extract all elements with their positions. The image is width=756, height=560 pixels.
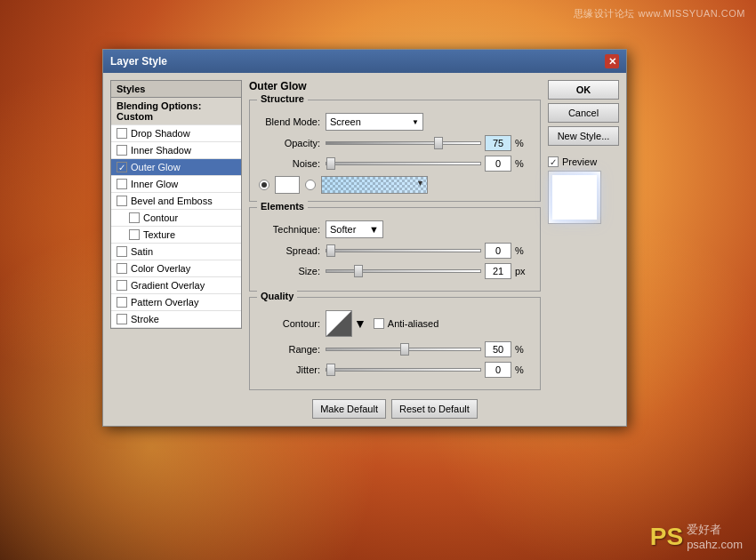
- gradient-overlay-checkbox[interactable]: [117, 280, 127, 291]
- bevel-emboss-item[interactable]: Bevel and Emboss: [111, 193, 241, 210]
- pattern-overlay-label: Pattern Overlay: [131, 297, 198, 308]
- contour-label: Contour:: [259, 318, 326, 329]
- texture-checkbox[interactable]: [129, 229, 140, 240]
- satin-checkbox[interactable]: [117, 246, 127, 257]
- size-label: Size:: [259, 266, 326, 276]
- reset-to-default-button[interactable]: Reset to Default: [391, 399, 478, 419]
- spread-thumb[interactable]: [326, 244, 335, 257]
- jitter-thumb[interactable]: [326, 364, 335, 376]
- color-overlay-checkbox[interactable]: [117, 263, 127, 274]
- range-value[interactable]: 50: [485, 341, 511, 357]
- range-slider[interactable]: [326, 348, 481, 351]
- preview-label: Preview: [562, 156, 597, 167]
- ok-button[interactable]: OK: [548, 80, 619, 100]
- spread-label: Spread:: [259, 245, 326, 256]
- structure-title: Structure: [257, 93, 308, 104]
- technique-value: Softer: [330, 224, 356, 235]
- pattern-overlay-item[interactable]: Pattern Overlay: [111, 294, 241, 311]
- styles-panel: Styles Blending Options: Custom Drop Sha…: [110, 80, 242, 419]
- contour-checkbox[interactable]: [129, 212, 140, 223]
- size-thumb[interactable]: [354, 265, 363, 277]
- texture-label: Texture: [143, 229, 175, 240]
- stroke-label: Stroke: [131, 314, 159, 324]
- range-slider-container: 50 %: [326, 341, 531, 357]
- outer-glow-item[interactable]: Outer Glow: [111, 159, 241, 176]
- outer-glow-settings: Outer Glow Structure Blend Mode: Screen …: [249, 80, 541, 419]
- technique-select[interactable]: Softer ▼: [326, 220, 383, 238]
- drop-shadow-item[interactable]: Drop Shadow: [111, 125, 241, 142]
- technique-row: Technique: Softer ▼: [259, 220, 531, 238]
- outer-glow-checkbox[interactable]: [117, 162, 127, 172]
- contour-label: Contour: [143, 212, 178, 223]
- gradient-overlay-item[interactable]: Gradient Overlay: [111, 277, 241, 294]
- opacity-slider-container: 75 %: [326, 135, 531, 151]
- dialog-body: Styles Blending Options: Custom Drop Sha…: [103, 73, 626, 426]
- size-value[interactable]: 21: [485, 263, 511, 279]
- quality-section: Quality Contour: ▼ Anti-aliased: [249, 297, 541, 390]
- noise-slider[interactable]: [326, 162, 481, 165]
- bevel-emboss-checkbox[interactable]: [117, 196, 127, 206]
- contour-item[interactable]: Contour: [111, 210, 241, 227]
- noise-value[interactable]: 0: [485, 156, 511, 172]
- pattern-overlay-checkbox[interactable]: [117, 297, 127, 308]
- inner-shadow-checkbox[interactable]: [117, 145, 127, 156]
- preview-area: Preview: [548, 156, 619, 224]
- dialog-title: Layer Style: [110, 55, 167, 68]
- jitter-slider[interactable]: [326, 368, 481, 372]
- anti-alias-row: Anti-aliased: [374, 318, 438, 329]
- drop-shadow-checkbox[interactable]: [117, 128, 127, 139]
- size-unit: px: [515, 266, 531, 276]
- cancel-button[interactable]: Cancel: [548, 103, 619, 123]
- blend-mode-arrow: ▼: [412, 118, 419, 126]
- blend-mode-select[interactable]: Screen ▼: [326, 113, 423, 131]
- color-overlay-item[interactable]: Color Overlay: [111, 260, 241, 277]
- opacity-value[interactable]: 75: [485, 135, 511, 151]
- blend-mode-value: Screen: [330, 116, 361, 127]
- solid-color-radio[interactable]: [259, 180, 269, 190]
- texture-item[interactable]: Texture: [111, 227, 241, 244]
- jitter-value[interactable]: 0: [485, 362, 511, 378]
- blending-options-label: Blending Options: Custom: [117, 100, 236, 122]
- noise-slider-container: 0 %: [326, 156, 531, 172]
- jitter-slider-container: 0 %: [326, 362, 531, 378]
- opacity-thumb[interactable]: [434, 137, 443, 149]
- range-label: Range:: [259, 344, 326, 355]
- stroke-checkbox[interactable]: [117, 314, 127, 324]
- jitter-unit: %: [515, 364, 531, 375]
- noise-row: Noise: 0 %: [259, 156, 531, 172]
- spread-row: Spread: 0 %: [259, 243, 531, 259]
- gradient-radio[interactable]: [305, 180, 316, 190]
- jitter-label: Jitter:: [259, 364, 326, 375]
- noise-thumb[interactable]: [326, 157, 335, 170]
- contour-dropdown-arrow[interactable]: ▼: [354, 316, 366, 331]
- bevel-emboss-label: Bevel and Emboss: [131, 196, 213, 206]
- size-row: Size: 21 px: [259, 263, 531, 279]
- gradient-swatch[interactable]: ▼: [321, 176, 428, 194]
- opacity-unit: %: [515, 138, 531, 148]
- preview-checkbox[interactable]: [548, 156, 559, 167]
- inner-glow-checkbox[interactable]: [117, 179, 127, 189]
- gradient-arrow: ▼: [416, 179, 424, 188]
- wm-lover: 爱好者: [687, 523, 721, 536]
- right-panel: OK Cancel New Style... Preview: [548, 80, 619, 419]
- contour-preview[interactable]: [326, 310, 352, 337]
- range-thumb[interactable]: [400, 343, 409, 356]
- anti-alias-checkbox[interactable]: [374, 318, 384, 329]
- spread-value[interactable]: 0: [485, 243, 511, 259]
- size-slider[interactable]: [326, 269, 481, 273]
- inner-glow-item[interactable]: Inner Glow: [111, 176, 241, 193]
- noise-label: Noise:: [259, 158, 326, 169]
- color-swatch[interactable]: [275, 176, 300, 194]
- anti-alias-label: Anti-aliased: [388, 318, 438, 329]
- opacity-slider[interactable]: [326, 141, 481, 145]
- make-default-button[interactable]: Make Default: [312, 399, 386, 419]
- new-style-button[interactable]: New Style...: [548, 126, 619, 146]
- stroke-item[interactable]: Stroke: [111, 311, 241, 328]
- color-overlay-label: Color Overlay: [131, 263, 190, 274]
- inner-shadow-item[interactable]: Inner Shadow: [111, 142, 241, 159]
- blending-options-item[interactable]: Blending Options: Custom: [111, 98, 241, 125]
- spread-slider[interactable]: [326, 249, 481, 252]
- close-button[interactable]: ✕: [605, 54, 619, 68]
- elements-section: Elements Technique: Softer ▼ Spread:: [249, 207, 541, 292]
- satin-item[interactable]: Satin: [111, 244, 241, 260]
